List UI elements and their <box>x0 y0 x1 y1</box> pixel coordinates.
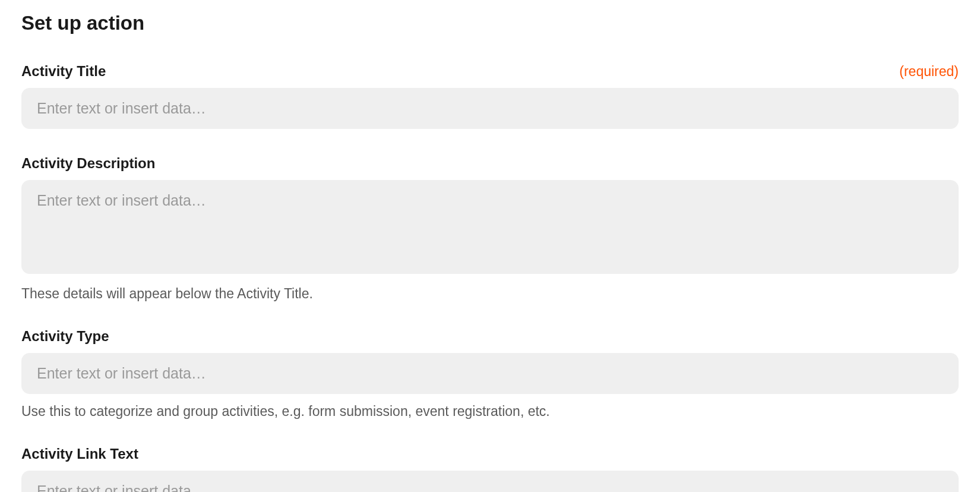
field-activity-link-text: Activity Link Text <box>21 446 959 492</box>
field-activity-description: Activity Description These details will … <box>21 155 959 302</box>
label-row: Activity Description <box>21 155 959 172</box>
label-row: Activity Title (required) <box>21 63 959 80</box>
required-indicator: (required) <box>899 64 959 80</box>
activity-title-input[interactable] <box>21 88 959 129</box>
page-title: Set up action <box>21 12 959 34</box>
field-activity-type: Activity Type Use this to categorize and… <box>21 328 959 420</box>
activity-title-label: Activity Title <box>21 63 106 80</box>
activity-type-help: Use this to categorize and group activit… <box>21 403 959 420</box>
activity-link-text-input[interactable] <box>21 471 959 492</box>
activity-description-input[interactable] <box>21 180 959 274</box>
activity-type-input[interactable] <box>21 353 959 394</box>
activity-description-help: These details will appear below the Acti… <box>21 286 959 302</box>
field-activity-title: Activity Title (required) <box>21 63 959 129</box>
activity-type-label: Activity Type <box>21 328 109 345</box>
activity-link-text-label: Activity Link Text <box>21 446 138 462</box>
activity-description-label: Activity Description <box>21 155 155 172</box>
label-row: Activity Type <box>21 328 959 345</box>
label-row: Activity Link Text <box>21 446 959 462</box>
